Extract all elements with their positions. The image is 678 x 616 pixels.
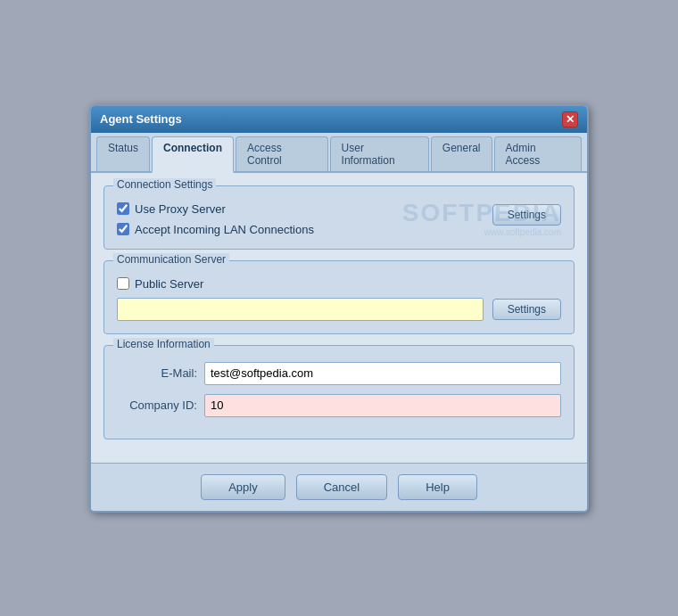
tab-content: Connection Settings Use Proxy Server Acc… <box>91 173 587 463</box>
accept-lan-label: Accept Incoming LAN Connections <box>135 223 314 236</box>
comm-server-input-row: Settings <box>117 298 561 321</box>
public-server-row: Public Server <box>117 277 561 291</box>
apply-button[interactable]: Apply <box>201 474 285 500</box>
cancel-button[interactable]: Cancel <box>296 474 387 500</box>
company-id-label: Company ID: <box>117 398 197 412</box>
connection-settings-button[interactable]: Settings <box>492 204 561 226</box>
connection-settings-inner: Use Proxy Server Accept Incoming LAN Con… <box>117 195 561 236</box>
public-server-checkbox[interactable] <box>117 277 129 290</box>
license-information-section: License Information E-Mail: Company ID: <box>103 345 575 439</box>
use-proxy-label: Use Proxy Server <box>135 202 226 216</box>
company-id-input[interactable] <box>204 394 561 417</box>
title-bar: Agent Settings ✕ <box>91 106 587 133</box>
use-proxy-row: Use Proxy Server <box>117 202 492 216</box>
tab-user-information[interactable]: User Information <box>330 136 429 171</box>
public-server-label: Public Server <box>135 277 203 291</box>
settings-col: SOFTPEDIA www.softpedia.com Settings <box>492 195 561 226</box>
connection-settings-title: Connection Settings <box>113 178 216 191</box>
tab-general[interactable]: General <box>431 136 492 171</box>
use-proxy-checkbox[interactable] <box>117 202 129 215</box>
checkboxes-col: Use Proxy Server Accept Incoming LAN Con… <box>117 195 492 236</box>
connection-settings-section: Connection Settings Use Proxy Server Acc… <box>103 185 575 250</box>
tab-access-control[interactable]: Access Control <box>236 136 328 171</box>
communication-server-input[interactable] <box>117 298 484 321</box>
company-id-row: Company ID: <box>117 394 561 417</box>
email-label: E-Mail: <box>117 366 197 380</box>
tab-admin-access[interactable]: Admin Access <box>494 136 582 171</box>
license-information-title: License Information <box>113 338 214 350</box>
accept-lan-row: Accept Incoming LAN Connections <box>117 223 492 236</box>
close-button[interactable]: ✕ <box>562 111 578 127</box>
tab-bar: Status Connection Access Control User In… <box>91 133 587 173</box>
window-title: Agent Settings <box>100 112 182 126</box>
communication-server-section: Communication Server Public Server Setti… <box>103 260 575 334</box>
help-button[interactable]: Help <box>398 474 477 500</box>
communication-server-title: Communication Server <box>113 253 229 266</box>
email-row: E-Mail: <box>117 362 561 385</box>
email-input[interactable] <box>204 362 561 385</box>
communication-server-settings-button[interactable]: Settings <box>492 299 561 320</box>
footer: Apply Cancel Help <box>91 463 587 511</box>
agent-settings-window: Agent Settings ✕ Status Connection Acces… <box>89 104 589 513</box>
accept-lan-checkbox[interactable] <box>117 223 129 235</box>
tab-status[interactable]: Status <box>96 136 150 171</box>
tab-connection[interactable]: Connection <box>152 136 234 173</box>
